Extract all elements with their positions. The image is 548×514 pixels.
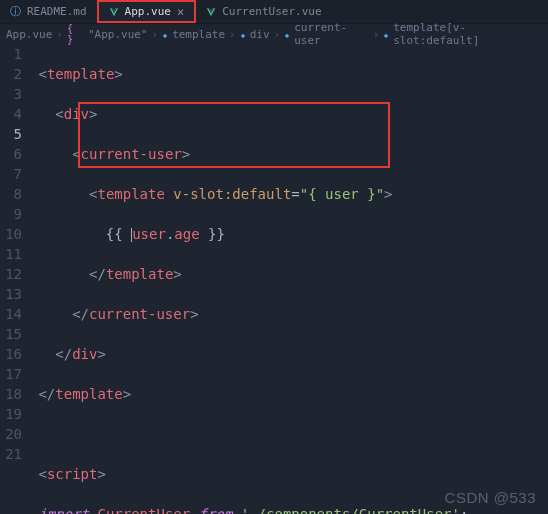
line-number: 20 [0,424,22,444]
line-number: 6 [0,144,22,164]
chevron-right-icon: › [229,28,236,41]
code-line[interactable]: <script> [30,464,548,484]
line-number: 4 [0,104,22,124]
code-line[interactable]: <template v-slot:default="{ user }"> [30,184,548,204]
chevron-right-icon: › [274,28,281,41]
line-number: 19 [0,404,22,424]
line-number-gutter: 1 2 3 4 5 6 7 8 9 10 11 12 13 14 15 16 1… [0,44,30,514]
breadcrumb-item[interactable]: "App.vue" [88,28,148,41]
line-number: 18 [0,384,22,404]
tab-label: CurrentUser.vue [222,5,321,18]
line-number: 12 [0,264,22,284]
line-number: 7 [0,164,22,184]
code-line[interactable]: </template> [30,384,548,404]
line-number: 8 [0,184,22,204]
close-icon[interactable]: × [177,5,184,19]
line-number: 14 [0,304,22,324]
line-number: 21 [0,444,22,464]
line-number: 2 [0,64,22,84]
code-line[interactable] [30,424,548,444]
code-line[interactable]: </template> [30,264,548,284]
code-editor[interactable]: 1 2 3 4 5 6 7 8 9 10 11 12 13 14 15 16 1… [0,44,548,514]
line-number: 16 [0,344,22,364]
breadcrumb: App.vue › { } "App.vue" › ⬥ template › ⬥… [0,24,548,44]
line-number: 1 [0,44,22,64]
code-line[interactable]: <template> [30,64,548,84]
line-number: 17 [0,364,22,384]
tab-label: App.vue [125,5,171,18]
chevron-right-icon: › [56,28,63,41]
code-line[interactable]: <current-user> [30,144,548,164]
code-line[interactable]: </div> [30,344,548,364]
braces-icon: { } [67,23,84,45]
info-icon: ⓘ [10,4,21,19]
tab-currentuser-vue[interactable]: CurrentUser.vue [196,0,331,23]
line-number: 9 [0,204,22,224]
code-line[interactable]: </current-user> [30,304,548,324]
vue-icon [109,7,119,17]
tag-icon: ⬥ [240,29,246,40]
breadcrumb-item[interactable]: div [250,28,270,41]
watermark: CSDN @533 [445,489,536,506]
code-area[interactable]: <template> <div> <current-user> <templat… [30,44,548,514]
tab-label: README.md [27,5,87,18]
line-number: 5 [0,124,22,144]
chevron-right-icon: › [373,28,380,41]
vue-icon [206,7,216,17]
code-line[interactable]: {{ user.age }} [30,224,548,244]
chevron-right-icon: › [152,28,159,41]
tab-readme[interactable]: ⓘ README.md [0,0,97,23]
breadcrumb-item[interactable]: template [172,28,225,41]
tag-icon: ⬥ [284,29,290,40]
line-number: 15 [0,324,22,344]
tab-app-vue[interactable]: App.vue × [97,0,197,23]
code-line[interactable]: <div> [30,104,548,124]
line-number: 10 [0,224,22,244]
breadcrumb-item[interactable]: App.vue [6,28,52,41]
line-number: 11 [0,244,22,264]
tag-icon: ⬥ [162,29,168,40]
line-number: 3 [0,84,22,104]
tag-icon: ⬥ [383,29,389,40]
line-number: 13 [0,284,22,304]
